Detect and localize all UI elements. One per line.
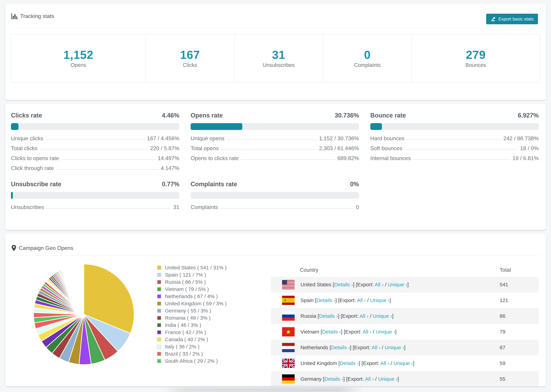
- legend-item: Vietnam ( 79 / 5% ): [157, 286, 226, 293]
- total-cell: 79: [500, 329, 539, 335]
- rate-row-label: Unsubscribes: [11, 204, 44, 210]
- legend-swatch: [157, 316, 161, 320]
- details-link[interactable]: Details ›: [316, 297, 335, 303]
- tracking-stats-card: Tracking stats Export basic stats 1,152 …: [5, 4, 546, 100]
- export-unique-link[interactable]: Unique ›: [378, 376, 397, 382]
- total-cell: 59: [500, 360, 539, 366]
- dotted-leader: [221, 149, 317, 150]
- rate-value: 0%: [350, 181, 359, 188]
- stat-label: Unsubscribes: [263, 62, 295, 68]
- geo-table-row: United States [Details ›] [Export: All ›…: [271, 277, 539, 293]
- rate-row-label: Complaints: [191, 204, 218, 210]
- rate-row: Unsubscribes 31: [11, 202, 179, 212]
- legend-swatch: [157, 352, 161, 356]
- stat-label: Complaints: [354, 62, 381, 68]
- export-all-link[interactable]: All ›: [360, 313, 368, 319]
- legend-swatch: [157, 337, 161, 342]
- export-all-link[interactable]: All ›: [372, 345, 380, 350]
- legend-label: Romania ( 49 / 3% ): [165, 315, 211, 321]
- dotted-leader: [61, 159, 155, 160]
- details-link[interactable]: Details ›: [322, 329, 341, 335]
- bounce-rate-progress-fill: [370, 123, 382, 130]
- legend-swatch: [157, 345, 161, 349]
- flag-icon-us: [282, 280, 295, 289]
- rate-row: Hard bounces 242 / 86.738%: [370, 133, 539, 143]
- rate-row: Complaints 0: [191, 202, 359, 212]
- legend-label: United States ( 541 / 31% ): [165, 265, 226, 271]
- rate-title: Opens rate: [191, 112, 223, 119]
- opens-rate-progress-bar: [191, 123, 359, 130]
- export-unique-link[interactable]: Unique ›: [388, 282, 407, 287]
- rate-row-value: 4.147%: [161, 165, 179, 171]
- legend-swatch: [157, 266, 161, 270]
- rate-row-value: 167 / 4.456%: [147, 135, 179, 142]
- legend-label: Netherlands ( 67 / 4% ): [165, 294, 218, 299]
- export-all-link[interactable]: All ›: [380, 360, 389, 366]
- rate-value: 30.736%: [335, 112, 359, 119]
- export-basic-stats-button[interactable]: Export basic stats: [486, 14, 538, 24]
- export-icon: [491, 16, 496, 21]
- legend-item: Canada ( 40 / 2% ): [157, 336, 226, 343]
- summary-stat-clicks: 167 Clicks: [145, 34, 234, 82]
- unsubscribe-rate-progress-fill: [11, 192, 13, 199]
- export-unique-link[interactable]: Unique ›: [394, 360, 413, 366]
- rate-row-value: 689.82%: [338, 155, 359, 161]
- rate-row: Unique opens 1,152 / 30.736%: [191, 133, 359, 143]
- geo-title: Campaign Geo Opens: [11, 245, 73, 252]
- clicks-rate-progress-fill: [11, 123, 19, 130]
- rate-row-label: Soft bounces: [370, 145, 402, 152]
- rate-row-value: 31: [173, 204, 179, 210]
- complaints-rate-panel: Complaints rate 0% Complaints 0: [191, 181, 359, 212]
- details-link[interactable]: Details ›: [340, 360, 359, 366]
- country-cell: Russia [Details ›] [Export: All › / Uniq…: [300, 313, 500, 319]
- stat-value: 279: [466, 48, 486, 61]
- export-all-link[interactable]: All ›: [375, 282, 384, 287]
- legend-swatch: [157, 309, 161, 313]
- export-all-link[interactable]: All ›: [365, 376, 374, 382]
- legend-swatch: [157, 330, 161, 334]
- opens-rate-progress-fill: [191, 123, 242, 130]
- dotted-leader: [220, 208, 353, 209]
- legend-label: Germany ( 55 / 3% ): [165, 308, 211, 314]
- export-unique-link[interactable]: Unique ›: [373, 313, 392, 319]
- country-cell: Netherlands [Details ›] [Export: All › /…: [300, 345, 500, 350]
- unsubscribe-rate-panel: Unsubscribe rate 0.77% Unsubscribes 31: [11, 181, 179, 212]
- legend-swatch: [157, 280, 161, 284]
- dotted-leader: [40, 149, 148, 150]
- rates-card: Clicks rate 4.46% Unique clicks 167 / 4.…: [5, 104, 546, 230]
- summary-stat-opens: 1,152 Opens: [11, 34, 145, 82]
- legend-item: France ( 42 / 2% ): [157, 329, 226, 336]
- legend-label: India ( 46 / 3% ): [165, 322, 201, 328]
- rate-title: Bounce rate: [370, 112, 406, 119]
- dotted-leader: [405, 149, 518, 150]
- rate-row: Opens to clicks rate 689.82%: [191, 153, 359, 163]
- tracking-stats-header: Tracking stats Export basic stats: [11, 4, 540, 28]
- export-all-link[interactable]: All ›: [363, 329, 372, 335]
- bottom-scroll-hint: [161, 387, 363, 392]
- rate-row-value: 2,303 / 61.446%: [319, 145, 359, 152]
- rate-row-value: 1,152 / 30.736%: [319, 135, 359, 142]
- export-unique-link[interactable]: Unique ›: [370, 297, 389, 303]
- rate-row-value: 18 / 0%: [520, 145, 539, 152]
- details-link[interactable]: Details ›: [319, 313, 338, 319]
- opens-rate-panel: Opens rate 30.736% Unique opens 1,152 / …: [191, 112, 359, 173]
- details-link[interactable]: Details ›: [331, 345, 350, 350]
- legend-swatch: [157, 294, 161, 298]
- legend-swatch: [157, 359, 161, 363]
- rate-row-value: 0: [356, 204, 359, 210]
- geo-table-row: United Kingdom [Details ›] [Export: All …: [271, 355, 539, 371]
- details-link[interactable]: Details ›: [334, 282, 353, 287]
- geo-pie-chart: [33, 263, 135, 366]
- export-unique-link[interactable]: Unique ›: [385, 345, 404, 350]
- flag-icon-ru: [282, 311, 295, 321]
- legend-item: Germany ( 55 / 3% ): [157, 307, 226, 314]
- rate-row: Clicks to opens rate 14.497%: [11, 153, 179, 163]
- legend-label: Brazil ( 33 / 2% ): [165, 351, 203, 357]
- legend-item: United States ( 541 / 31% ): [157, 264, 226, 271]
- stat-value: 167: [180, 48, 200, 61]
- geo-table-header-country: Country: [271, 267, 500, 273]
- export-unique-link[interactable]: Unique ›: [376, 329, 395, 335]
- export-all-link[interactable]: All ›: [357, 297, 366, 303]
- geo-title-text: Campaign Geo Opens: [19, 245, 73, 251]
- details-link[interactable]: Details ›: [325, 376, 343, 382]
